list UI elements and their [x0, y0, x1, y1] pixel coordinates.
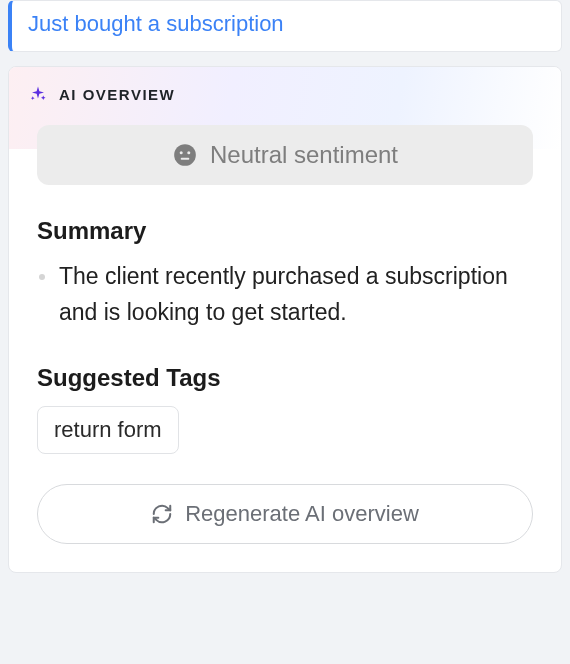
svg-rect-3: [181, 158, 190, 160]
neutral-face-icon: [172, 142, 198, 168]
ai-overview-title: AI OVERVIEW: [59, 86, 175, 103]
sparkle-icon: [29, 85, 47, 103]
summary-item: The client recently purchased a subscrip…: [37, 259, 533, 330]
refresh-icon: [151, 503, 173, 525]
regenerate-label: Regenerate AI overview: [185, 501, 419, 527]
summary-heading: Summary: [37, 217, 533, 245]
tags-row: return form: [37, 406, 533, 454]
tag[interactable]: return form: [37, 406, 179, 454]
sentiment-badge: Neutral sentiment: [37, 125, 533, 185]
ai-overview-card: AI OVERVIEW Neutral sentiment Summary Th…: [8, 66, 562, 573]
summary-list: The client recently purchased a subscrip…: [37, 259, 533, 330]
ticket-subject-text: Just bought a subscription: [28, 11, 284, 36]
ai-overview-body: Neutral sentiment Summary The client rec…: [9, 125, 561, 572]
suggested-tags-heading: Suggested Tags: [37, 364, 533, 392]
regenerate-button[interactable]: Regenerate AI overview: [37, 484, 533, 544]
svg-point-1: [180, 151, 183, 154]
sentiment-label: Neutral sentiment: [210, 141, 398, 169]
ticket-subject-card[interactable]: Just bought a subscription: [8, 0, 562, 52]
svg-point-2: [187, 151, 190, 154]
svg-point-0: [174, 144, 196, 166]
